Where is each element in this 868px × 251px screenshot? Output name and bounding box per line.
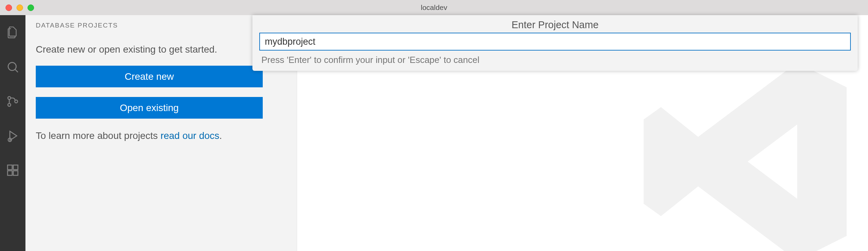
activity-source-control[interactable] (0, 89, 25, 114)
project-name-input[interactable] (259, 33, 851, 51)
maximize-window-icon[interactable] (28, 4, 34, 11)
quick-input-title: Enter Project Name (252, 15, 858, 33)
svg-point-0 (8, 63, 16, 70)
svg-line-1 (15, 69, 18, 72)
source-control-icon (6, 95, 20, 108)
svg-point-4 (15, 100, 18, 103)
window-title: localdev (421, 3, 447, 12)
activity-bar (0, 15, 25, 251)
run-debug-icon (6, 129, 20, 143)
titlebar: localdev (0, 0, 868, 15)
window-controls (0, 4, 34, 11)
create-new-button[interactable]: Create new (36, 66, 263, 87)
activity-search[interactable] (0, 54, 25, 80)
svg-point-2 (8, 97, 11, 99)
minimize-window-icon[interactable] (17, 4, 23, 11)
quick-input: Enter Project Name Press 'Enter' to conf… (252, 15, 858, 71)
activity-explorer[interactable] (0, 20, 25, 45)
read-docs-link[interactable]: read our docs (161, 130, 219, 141)
intro-text: Create new or open existing to get start… (36, 43, 286, 56)
svg-rect-8 (13, 165, 18, 170)
close-window-icon[interactable] (6, 4, 12, 11)
activity-run-debug[interactable] (0, 123, 25, 149)
search-icon (6, 60, 20, 74)
svg-rect-7 (8, 165, 12, 170)
learn-prefix: To learn more about projects (36, 130, 161, 141)
quick-input-hint: Press 'Enter' to confirm your input or '… (252, 53, 858, 71)
svg-point-3 (8, 103, 11, 106)
learn-more-text: To learn more about projects read our do… (36, 129, 286, 143)
svg-rect-10 (13, 171, 18, 175)
learn-suffix: . (219, 130, 222, 141)
side-panel-title: DATABASE PROJECTS (36, 22, 258, 29)
files-icon (6, 26, 20, 40)
svg-rect-9 (8, 171, 12, 175)
activity-extensions[interactable] (0, 157, 25, 183)
open-existing-button[interactable]: Open existing (36, 97, 263, 119)
extensions-icon (6, 163, 20, 177)
